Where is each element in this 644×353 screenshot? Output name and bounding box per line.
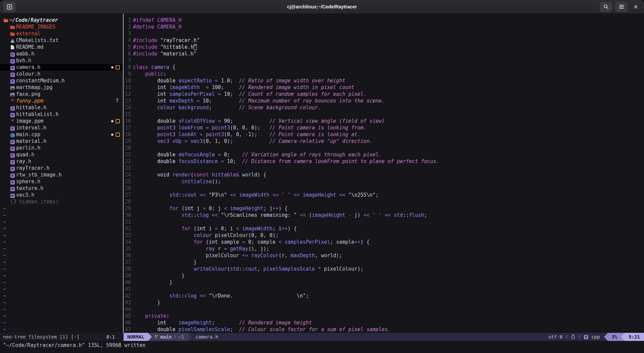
code-line[interactable]: 45 private: [124, 313, 644, 319]
code-line[interactable]: 30 std::clog << "\rScanlines remaining: … [124, 212, 644, 219]
code-line[interactable]: 9 public: [124, 71, 644, 77]
code-line[interactable]: 18 point3 lookAt = point3(0, 0, -1); // … [124, 131, 644, 138]
tree-item-interval-h[interactable]: Hinterval.h [0, 124, 123, 131]
tree-item-readme-images[interactable]: README_IMAGES [0, 24, 123, 30]
code-line[interactable]: 13 int maxDepth = 10; // Maximum number … [124, 97, 644, 104]
code-line[interactable]: 3 [124, 30, 644, 37]
code-line[interactable]: 37 } [124, 259, 644, 266]
tree-item-camera-h[interactable]: Hcamera.h [0, 64, 123, 71]
code-line[interactable]: 16 double vFieldOfView = 90; // Vertical… [124, 118, 644, 124]
tree-item-cmakelists-txt[interactable]: CMakeLists.txt [0, 37, 123, 44]
code-line[interactable]: 44 [124, 306, 644, 313]
tree-item-colour-h[interactable]: Hcolour.h [0, 71, 123, 77]
code-text: double aspectRatio = 1.0; // Ratio of im… [133, 77, 345, 84]
code-text: int maxDepth = 10; // Maximum number of … [133, 97, 385, 104]
code-line[interactable]: 4#include "rayTracer.h" [124, 37, 644, 44]
h-file-icon: H [10, 73, 15, 77]
search-button[interactable] [600, 2, 612, 12]
tree-item-material-h[interactable]: Hmaterial.h [0, 138, 123, 145]
code-line[interactable]: 46 int imageHeight; // Rendered image he… [124, 319, 644, 326]
empty-line-tilde: ~ [0, 313, 123, 319]
chevron-right-icon [174, 335, 176, 339]
code-text: for (int sample = 0; sample < samplesPer… [133, 239, 369, 245]
code-line[interactable]: 38 writeColour(std::cout, pixelSamplesSc… [124, 266, 644, 272]
code-line[interactable]: 40 } [124, 279, 644, 286]
image-file-icon [10, 93, 15, 96]
tree-item-label: perlin.h [16, 145, 40, 151]
code-line[interactable]: 21 double defocusAngle = 0; // Variation… [124, 151, 644, 158]
tree-item-face-png[interactable]: face.png [0, 91, 123, 97]
tree-item-texture-h[interactable]: Htexture.h [0, 185, 123, 192]
tree-item-aabb-h[interactable]: Haabb.h [0, 50, 123, 57]
code-line[interactable]: 47 double pixelSamplesScale; // Colour s… [124, 326, 644, 333]
code-line[interactable]: 25 initialise(); [124, 178, 644, 185]
tree-item-perlin-h[interactable]: Hperlin.h [0, 145, 123, 151]
code-line[interactable]: 36 pixelColour += rayColour(r, maxDepth,… [124, 252, 644, 259]
code-line[interactable]: 15 [124, 111, 644, 118]
code-line[interactable]: 14 colour background; // Scene backgroun… [124, 104, 644, 111]
tree-item-quad-h[interactable]: Hquad.h [0, 151, 123, 158]
encoding-indicator: utf-8 [548, 334, 562, 340]
code-line[interactable]: 41 [124, 286, 644, 292]
code-line[interactable]: 11 int imageWidth = 100; // Rendered ima… [124, 84, 644, 91]
code-line[interactable]: 22 double focusDistance = 10; // Distanc… [124, 158, 644, 165]
code-line[interactable]: 28 [124, 198, 644, 205]
code-line[interactable]: 29 for (int j = 0; j < imageHeight; j++)… [124, 205, 644, 212]
code-line[interactable]: 20 [124, 145, 644, 151]
code-line[interactable]: 32 for (int i = 0; i < imageWidth; i++) … [124, 225, 644, 232]
code-line[interactable]: 35 ray r = getRay(i, j); [124, 245, 644, 252]
tree-item-constantmedium-h[interactable]: HconstantMedium.h [0, 77, 123, 84]
code-line[interactable]: 2#define CAMERA_H [124, 24, 644, 30]
tree-item-hittablelist-h[interactable]: HhittableList.h [0, 111, 123, 118]
line-number: 47 [124, 326, 131, 333]
tree-item-hittable-h[interactable]: Hhittable.h [0, 104, 123, 111]
tree-item-label: rtw_stb_image.h [16, 172, 61, 178]
tree-item-funny-ppm[interactable]: *funny.ppm? [0, 97, 123, 104]
line-number: 45 [124, 313, 131, 319]
close-button[interactable] [631, 2, 641, 12]
code-line[interactable]: 34 for (int sample = 0; sample < samples… [124, 239, 644, 245]
empty-line-tilde: ~ [0, 219, 123, 225]
tree-item-raytracer-h[interactable]: HrayTracer.h [0, 165, 123, 171]
tree-item-bvh-h[interactable]: Hbvh.h [0, 57, 123, 64]
code-line[interactable]: 10 double aspectRatio = 1.0; // Ratio of… [124, 77, 644, 84]
code-line[interactable]: 24 void render(const hittable& world) { [124, 171, 644, 178]
code-line[interactable]: 1#ifndef CAMERA_H [124, 17, 644, 24]
tree-item-sphere-h[interactable]: Hsphere.h [0, 178, 123, 185]
code-line[interactable]: 12 int samplesPerPixel = 10; // Count of… [124, 91, 644, 97]
code-line[interactable]: 43 } [124, 299, 644, 306]
line-number: 15 [124, 111, 131, 118]
code-line[interactable]: 26 [124, 185, 644, 192]
line-number: 38 [124, 266, 131, 272]
code-line[interactable]: 33 colour pixelColour(0, 0, 0); [124, 232, 644, 239]
code-line[interactable]: 8class camera { [124, 64, 644, 71]
line-number: 19 [124, 138, 131, 145]
code-line[interactable]: 31 [124, 219, 644, 225]
tree-root[interactable]: ~/Code/Raytracer [0, 17, 123, 24]
code-line[interactable]: 5#include "hittable.h" [124, 44, 644, 50]
code-line[interactable]: 17 point3 lookFrom = point3(0, 0, 0); //… [124, 124, 644, 131]
tree-item-label: bvh.h [16, 57, 31, 64]
tree-item-external[interactable]: external [0, 30, 123, 37]
code-line[interactable]: 19 vec3 vUp = vec3(0, 1, 0); // Camera-r… [124, 138, 644, 145]
code-line[interactable]: 7 [124, 57, 644, 64]
tree-item-vec3-h[interactable]: Hvec3.h [0, 192, 123, 198]
new-tab-button[interactable] [3, 2, 16, 12]
code-line[interactable]: 27 std::cout << "P3\n" << imageWidth << … [124, 192, 644, 198]
code-text: #define CAMERA_H [133, 24, 182, 30]
tree-item-main-cpp[interactable]: Cmain.cpp [0, 131, 123, 138]
tree-item-readme-md[interactable]: README.md [0, 44, 123, 50]
code-line[interactable]: 6#include "material.h" [124, 50, 644, 57]
git-modified-dot-icon [111, 120, 113, 122]
code-line[interactable]: 42 std::clog << "\rDone. \n"; [124, 292, 644, 299]
code-line[interactable]: 23 [124, 165, 644, 171]
tree-item-image-ppm[interactable]: *image.ppm [0, 118, 123, 124]
code-text: vec3 vUp = vec3(0, 1, 0); // Camera-rela… [133, 138, 372, 145]
tree-item-rtw-stb-image-h[interactable]: Hrtw_stb_image.h [0, 171, 123, 178]
code-line[interactable]: 39 } [124, 272, 644, 279]
code-text: } [133, 299, 160, 306]
tree-item-earthmap-jpg[interactable]: earthmap.jpg [0, 84, 123, 91]
code-text: point3 lookAt = point3(0, 0, -1); // Poi… [133, 131, 360, 138]
tree-item-ray-h[interactable]: Hray.h [0, 158, 123, 165]
menu-button[interactable] [615, 2, 628, 12]
